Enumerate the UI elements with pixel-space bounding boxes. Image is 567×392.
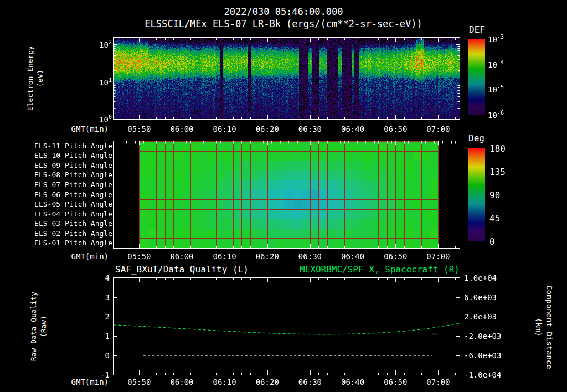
distance-tick-label: 6.0e+03	[464, 293, 508, 302]
x-tick-label-bottom: 06:20	[251, 378, 284, 386]
def-colorbar	[468, 39, 485, 115]
distance-tick-label: -2.0e+03	[464, 332, 508, 341]
deg-tick-label: 45	[489, 213, 517, 224]
pitch-row-label: ELS-02 Pitch Angle	[32, 229, 112, 238]
pitch-angle-panel	[113, 141, 460, 249]
x-tick-label-spectro: 06:10	[208, 125, 241, 133]
x-tick-label-bottom: 06:10	[208, 378, 241, 386]
pitch-row-label: ELS-01 Pitch Angle	[32, 239, 112, 247]
pitch-row-label: ELS-04 Pitch Angle	[32, 210, 112, 218]
deg-colorbar-title: Deg	[468, 133, 484, 143]
gmt-axis-label-middle: GMT(min)	[55, 252, 109, 261]
quality-tick-label: 4	[87, 274, 110, 282]
pitch-row-label: ELS-08 Pitch Angle	[32, 171, 112, 179]
bottom-left-series-title: SAF_BXuT/Data Quality (L)	[115, 264, 249, 275]
quality-tick-label: 1	[87, 332, 110, 341]
x-tick-label-bottom: 07:00	[421, 378, 455, 386]
pitch-angle-canvas	[114, 141, 460, 248]
def-tick-label: 10-6	[488, 110, 504, 120]
x-tick-label-pitch: 06:50	[379, 252, 412, 261]
x-tick-label-pitch: 06:30	[293, 252, 327, 261]
quality-tick-label: 3	[87, 293, 110, 302]
energy-tick-label: 100	[84, 114, 112, 124]
def-colorbar-title: DEF	[469, 24, 485, 35]
deg-tick-label: 0	[489, 236, 517, 247]
pitch-row-label: ELS-10 Pitch Angle	[32, 151, 112, 159]
deg-tick-label: 135	[489, 167, 517, 177]
x-tick-label-bottom: 06:00	[165, 378, 198, 386]
gmt-axis-label-top: GMT(min)	[55, 125, 109, 133]
def-tick-label: 10-3	[488, 34, 504, 44]
distance-tick-label: -6.0e+03	[464, 351, 508, 360]
x-tick-label-pitch: 06:20	[251, 252, 284, 261]
x-tick-label-spectro: 06:20	[251, 125, 284, 133]
quality-tick-label: 0	[87, 351, 110, 360]
distance-axis-label: Component Distance (km)	[533, 277, 554, 377]
line-chart-canvas	[114, 278, 460, 375]
x-tick-label-spectro: 06:50	[379, 125, 412, 133]
def-tick-label: 10-4	[488, 59, 504, 69]
deg-colorbar	[468, 148, 485, 241]
distance-tick-label: 2.0e+03	[464, 312, 508, 321]
deg-tick-label: 180	[489, 143, 517, 154]
pitch-row-label: ELS-07 Pitch Angle	[32, 180, 112, 189]
deg-tick-label: 90	[489, 190, 517, 200]
x-tick-label-spectro: 06:40	[336, 125, 369, 133]
x-tick-label-spectro: 06:30	[293, 125, 327, 133]
page-title: 2022/030 05:46:00.000	[117, 6, 450, 17]
pitch-row-label: ELS-06 Pitch Angle	[32, 190, 112, 199]
x-tick-label-pitch: 05:50	[122, 252, 156, 261]
pitch-row-label: ELS-05 Pitch Angle	[32, 200, 112, 208]
x-tick-label-pitch: 06:00	[165, 252, 198, 261]
x-tick-label-spectro: 06:00	[165, 125, 198, 133]
line-chart-panel	[113, 277, 460, 375]
x-tick-label-bottom: 06:40	[336, 378, 369, 386]
x-tick-label-bottom: 06:30	[293, 378, 327, 386]
quality-axis-label: Raw Data Quality (Raw)	[29, 277, 48, 376]
x-tick-label-bottom: 06:50	[379, 378, 412, 386]
pitch-row-label: ELS-03 Pitch Angle	[32, 219, 112, 228]
spectrogram-panel	[113, 37, 460, 120]
spectrogram-canvas	[114, 38, 460, 119]
energy-tick-label: 101	[84, 77, 112, 87]
energy-tick-label: 102	[84, 39, 112, 49]
x-tick-label-spectro: 05:50	[122, 125, 156, 133]
gmt-axis-label-bottom: GMT(min)	[55, 378, 109, 386]
plot-screen: 2022/030 05:46:00.000 ELSSCIL/MEx ELS-07…	[0, 0, 567, 392]
bottom-right-series-title: MEXORBMC/SPF X, Spacecraft (R)	[238, 264, 460, 275]
pitch-row-label: ELS-11 Pitch Angle	[32, 142, 112, 150]
x-tick-label-pitch: 07:00	[421, 252, 455, 261]
x-tick-label-spectro: 07:00	[421, 125, 455, 133]
plot-subtitle: ELSSCIL/MEx ELS-07 LR-Bk (ergs/(cm**2-sr…	[117, 18, 450, 29]
x-tick-label-bottom: 05:50	[122, 378, 156, 386]
distance-tick-label: 1.0e+04	[464, 274, 508, 282]
x-tick-label-pitch: 06:40	[336, 252, 369, 261]
distance-tick-label: -1.0e+04	[464, 370, 508, 379]
quality-tick-label: 2	[87, 312, 110, 321]
energy-axis-label: Electron Energy (eV)	[25, 29, 45, 128]
x-tick-label-pitch: 06:10	[208, 252, 241, 261]
def-tick-label: 10-5	[488, 84, 504, 94]
pitch-row-label: ELS-09 Pitch Angle	[32, 161, 112, 169]
